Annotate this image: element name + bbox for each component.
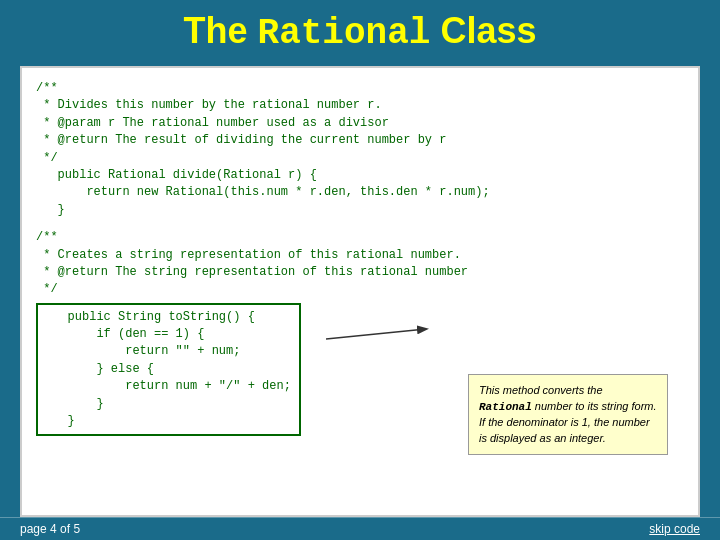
tostring-section: public String toString() { if (den == 1)… [36, 299, 301, 437]
slide-title: The Rational Class [20, 10, 700, 54]
main-content-box: /** * Divides this number by the rationa… [20, 66, 700, 517]
page-number: page 4 of 5 [20, 522, 80, 536]
title-prefix: The [184, 10, 258, 51]
skip-code-link[interactable]: skip code [649, 522, 700, 536]
bottom-bar: page 4 of 5 skip code [0, 517, 720, 540]
tooltip-text-before: This method converts the [479, 384, 603, 396]
tooltip-box: This method converts the Rational number… [468, 374, 668, 455]
slide-container: The Rational Class /** * Divides this nu… [0, 0, 720, 517]
divide-comment: /** * Divides this number by the rationa… [36, 80, 684, 167]
tooltip-rational: Rational [479, 401, 532, 413]
title-suffix: Class [430, 10, 536, 51]
tostring-method-box: public String toString() { if (den == 1)… [36, 303, 301, 437]
tostring-comment: /** * Creates a string representation of… [36, 229, 684, 299]
divide-method: public Rational divide(Rational r) { ret… [36, 167, 684, 219]
title-monospace: Rational [258, 13, 431, 54]
svg-line-0 [326, 329, 426, 339]
arrow-graphic [326, 309, 446, 369]
